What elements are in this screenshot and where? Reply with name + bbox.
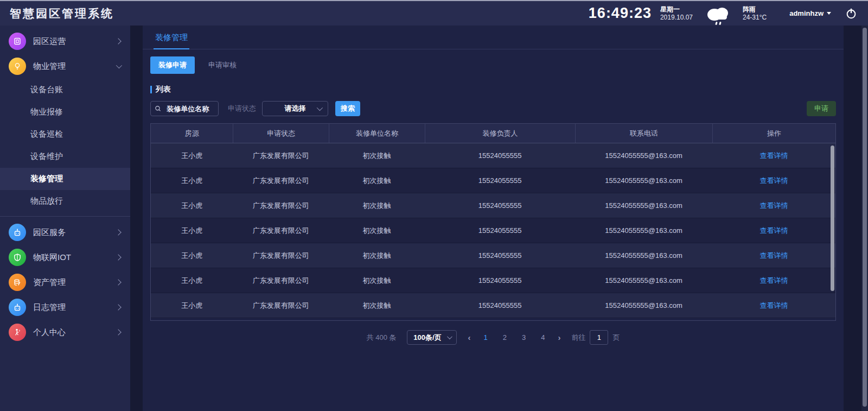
cell-person: 15524055555: [425, 301, 576, 309]
page-scrollbar-thumb[interactable]: [863, 28, 867, 407]
sidebar-item-iot[interactable]: 物联网IOT: [0, 245, 130, 270]
main-content: 装修管理 装修申请 申请审核 列表 申请状态 请选择 搜索 申请 房源 申请状态…: [143, 26, 844, 411]
cell-apply-status: 广东发展有限公司: [233, 301, 329, 311]
goto-page-input[interactable]: [590, 330, 608, 345]
table-row: 王小虎 广东发展有限公司 初次接触 15524055555 1552405555…: [151, 293, 835, 318]
page-number-1[interactable]: 1: [481, 333, 489, 342]
next-page-button[interactable]: ›: [558, 333, 560, 342]
cell-phone: 15524055555@163.com: [575, 301, 712, 309]
park-service-icon: [9, 224, 26, 241]
view-details-link[interactable]: 查看详情: [760, 251, 788, 261]
clock: 16:49:23: [589, 5, 652, 22]
table-header-apply-status: 申请状态: [233, 124, 329, 143]
chevron-right-icon: [115, 254, 121, 260]
cell-person: 15524055555: [425, 176, 576, 185]
sidebar-divider: [0, 216, 130, 217]
personal-center-icon: [9, 324, 26, 341]
page-tabbar: 装修管理: [143, 26, 844, 49]
cell-actions: 查看详情: [712, 301, 835, 311]
chevron-right-icon: [115, 38, 121, 44]
cell-apply-status: 广东发展有限公司: [233, 226, 329, 236]
chevron-right-icon: [115, 279, 121, 285]
cell-actions: 查看详情: [712, 201, 835, 211]
table-row: 王小虎 广东发展有限公司 初次接触 15524055555 1552405555…: [151, 168, 835, 193]
status-select[interactable]: 请选择: [262, 101, 328, 116]
sidebar-subitem-item-release[interactable]: 物品放行: [0, 190, 130, 212]
table-row: 王小虎 广东发展有限公司 初次接触 15524055555 1552405555…: [151, 243, 835, 268]
sidebar-subitem-decoration-management[interactable]: 装修管理: [0, 168, 130, 190]
app-title: 智慧园区管理系统: [10, 6, 114, 21]
table-row: 王小虎 广东发展有限公司 初次接触 15524055555 1552405555…: [151, 268, 835, 293]
cell-actions: 查看详情: [712, 151, 835, 161]
page-number-2[interactable]: 2: [501, 333, 509, 342]
chevron-right-icon: [115, 229, 121, 235]
sidebar-item-log-management[interactable]: 日志管理: [0, 295, 130, 320]
view-details-link[interactable]: 查看详情: [760, 151, 788, 161]
search-button[interactable]: 搜索: [335, 101, 360, 116]
sidebar-subitem-device-inspection[interactable]: 设备巡检: [0, 123, 130, 146]
cell-person: 15524055555: [425, 151, 576, 160]
cell-actions: 查看详情: [712, 276, 835, 286]
power-button[interactable]: [845, 8, 857, 20]
sidebar-item-property-management[interactable]: 物业管理: [0, 54, 130, 79]
decoration-table: 房源 申请状态 装修单位名称 装修负责人 联系电话 操作 王小虎 广东发展有限公…: [150, 123, 836, 321]
cell-unit-name: 初次接触: [329, 151, 425, 161]
cell-house: 王小虎: [151, 226, 233, 236]
property-management-submenu: 设备台账 物业报修 设备巡检 设备维护 装修管理 物品放行: [0, 79, 130, 212]
tab-decoration-apply[interactable]: 装修申请: [150, 56, 195, 74]
prev-page-button[interactable]: ‹: [468, 333, 470, 342]
cell-house: 王小虎: [151, 301, 233, 311]
weekday-label: 星期一: [660, 5, 693, 14]
cell-phone: 15524055555@163.com: [575, 226, 712, 235]
table-scrollbar[interactable]: [831, 146, 834, 291]
sidebar-item-label: 个人中心: [33, 327, 66, 338]
park-operation-icon: [9, 33, 26, 50]
iot-icon: [9, 249, 26, 266]
view-details-link[interactable]: 查看详情: [760, 201, 788, 211]
cell-house: 王小虎: [151, 251, 233, 261]
apply-button[interactable]: 申请: [807, 101, 836, 116]
date-block: 星期一 2019.10.07: [660, 5, 693, 22]
cell-phone: 15524055555@163.com: [575, 176, 712, 185]
page-number-3[interactable]: 3: [520, 333, 528, 342]
list-title: 列表: [156, 85, 171, 94]
view-details-link[interactable]: 查看详情: [760, 276, 788, 286]
search-icon: [155, 105, 161, 112]
page-size-select[interactable]: 100条/页: [407, 330, 457, 345]
tab-apply-review[interactable]: 申请审核: [200, 56, 245, 74]
sidebar-item-label: 园区服务: [33, 227, 66, 238]
sidebar-item-park-operation[interactable]: 园区运营: [0, 29, 130, 54]
user-menu[interactable]: adminhzw: [789, 9, 831, 17]
pagination-total: 共 400 条: [367, 333, 397, 343]
view-details-link[interactable]: 查看详情: [760, 226, 788, 236]
asset-management-icon: [9, 274, 26, 291]
sidebar-item-park-service[interactable]: 园区服务: [0, 220, 130, 245]
search-box[interactable]: [150, 101, 219, 116]
search-input[interactable]: [161, 105, 214, 113]
table-row: 王小虎 广东发展有限公司 初次接触 15524055555 1552405555…: [151, 193, 835, 218]
tab-decoration-management[interactable]: 装修管理: [154, 26, 189, 49]
sidebar-subitem-device-maintenance[interactable]: 设备维护: [0, 146, 130, 168]
filter-row: 申请状态 请选择 搜索 申请: [150, 101, 836, 116]
cell-unit-name: 初次接触: [329, 176, 425, 186]
page-number-4[interactable]: 4: [539, 333, 547, 342]
sidebar-item-label: 日志管理: [33, 302, 66, 313]
view-details-link[interactable]: 查看详情: [760, 301, 788, 311]
sidebar-item-asset-management[interactable]: 资产管理: [0, 270, 130, 295]
cell-unit-name: 初次接触: [329, 276, 425, 286]
cell-unit-name: 初次接触: [329, 226, 425, 236]
sidebar-item-personal-center[interactable]: 个人中心: [0, 320, 130, 345]
sidebar-subitem-device-ledger[interactable]: 设备台账: [0, 79, 130, 101]
cell-house: 王小虎: [151, 201, 233, 211]
chevron-right-icon: [115, 304, 121, 310]
status-select-value: 请选择: [285, 104, 306, 113]
table-header-row: 房源 申请状态 装修单位名称 装修负责人 联系电话 操作: [151, 124, 835, 143]
cell-actions: 查看详情: [712, 226, 835, 236]
sidebar-subitem-property-repair[interactable]: 物业报修: [0, 101, 130, 123]
view-details-link[interactable]: 查看详情: [760, 176, 788, 186]
date-label: 2019.10.07: [660, 14, 693, 22]
weather-block: 阵雨 24-31°C: [743, 5, 767, 22]
goto-group: 前往 页: [571, 330, 620, 345]
cloud-rain-icon: [703, 3, 733, 24]
chevron-down-icon: [317, 105, 323, 111]
